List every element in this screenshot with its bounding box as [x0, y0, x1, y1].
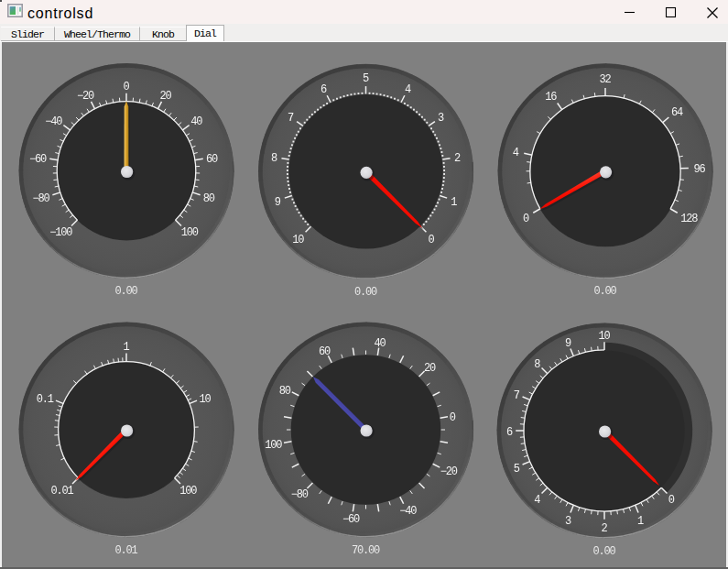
svg-text:80: 80 [203, 192, 215, 205]
svg-text:70.00: 70.00 [352, 544, 380, 557]
svg-text:10: 10 [292, 234, 304, 246]
svg-text:16: 16 [545, 91, 557, 104]
svg-text:64: 64 [671, 106, 683, 119]
svg-text:0: 0 [523, 213, 529, 225]
svg-text:4: 4 [405, 83, 411, 96]
svg-text:32: 32 [599, 73, 611, 86]
svg-text:40: 40 [190, 115, 202, 128]
svg-text:10: 10 [199, 393, 211, 406]
svg-text:20: 20 [160, 90, 172, 103]
svg-text:0.00: 0.00 [593, 285, 616, 298]
svg-text:1: 1 [451, 196, 457, 209]
svg-text:10: 10 [598, 330, 610, 343]
svg-text:100: 100 [179, 485, 197, 498]
svg-text:80: 80 [279, 385, 291, 398]
svg-text:−20: −20 [440, 465, 458, 478]
svg-text:5: 5 [363, 72, 369, 85]
svg-text:20: 20 [424, 362, 436, 375]
svg-text:2: 2 [454, 152, 461, 165]
svg-text:0.00: 0.00 [592, 545, 615, 558]
svg-text:1: 1 [123, 341, 129, 354]
svg-text:0: 0 [429, 234, 435, 246]
svg-text:6: 6 [506, 426, 513, 439]
svg-text:4: 4 [513, 147, 519, 159]
svg-text:128: 128 [680, 213, 698, 225]
svg-text:40: 40 [374, 337, 386, 350]
svg-text:8: 8 [534, 358, 540, 371]
svg-text:−60: −60 [342, 513, 360, 526]
svg-text:7: 7 [514, 389, 520, 402]
svg-text:60: 60 [319, 345, 331, 358]
svg-text:100: 100 [265, 439, 282, 452]
svg-text:5: 5 [514, 463, 520, 476]
svg-text:9: 9 [565, 337, 571, 350]
svg-text:0.1: 0.1 [37, 393, 54, 406]
svg-text:0: 0 [668, 494, 675, 507]
svg-text:8: 8 [271, 152, 277, 165]
svg-text:0.01: 0.01 [114, 544, 137, 557]
svg-text:0: 0 [450, 411, 456, 424]
svg-text:4: 4 [534, 494, 540, 507]
svg-text:−40: −40 [399, 505, 417, 518]
svg-text:0: 0 [123, 81, 129, 93]
svg-text:6: 6 [321, 83, 327, 96]
svg-text:−60: −60 [29, 153, 47, 166]
svg-text:3: 3 [565, 515, 571, 528]
svg-text:0.00: 0.00 [354, 286, 377, 299]
svg-text:60: 60 [206, 153, 218, 166]
svg-text:100: 100 [181, 226, 199, 239]
svg-text:1: 1 [637, 515, 644, 528]
svg-text:−40: −40 [45, 115, 62, 128]
svg-text:−80: −80 [32, 192, 49, 205]
svg-text:9: 9 [275, 196, 281, 209]
svg-text:0.00: 0.00 [114, 285, 137, 298]
svg-text:0.01: 0.01 [50, 485, 73, 498]
svg-text:−100: −100 [49, 226, 72, 239]
svg-text:3: 3 [438, 112, 444, 125]
svg-text:−80: −80 [291, 488, 309, 501]
svg-text:−20: −20 [77, 90, 94, 103]
svg-text:7: 7 [288, 112, 294, 125]
svg-text:2: 2 [601, 522, 607, 535]
svg-text:96: 96 [693, 163, 705, 176]
